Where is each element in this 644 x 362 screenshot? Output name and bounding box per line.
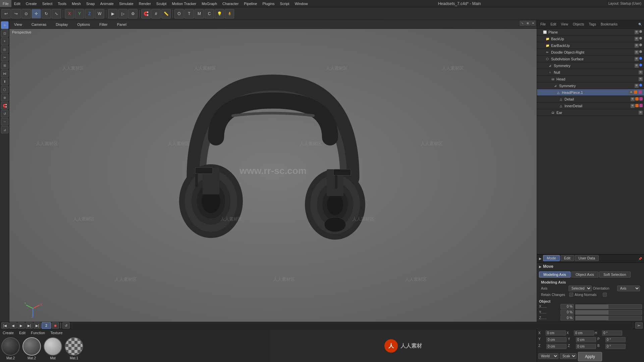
- tl-next-btn[interactable]: ▶|: [34, 322, 41, 329]
- tool-brush[interactable]: ◎: [1, 46, 8, 53]
- hier-vis-btn-11[interactable]: 👁: [631, 97, 635, 101]
- hier-vis-btn-13[interactable]: 👁: [639, 111, 643, 115]
- menu-create[interactable]: Create: [23, 0, 40, 7]
- tool-weld[interactable]: ⊕: [1, 94, 8, 101]
- measure-btn[interactable]: 📏: [161, 9, 171, 18]
- y-pos-input[interactable]: [546, 337, 567, 342]
- orientation-select[interactable]: Axis: [617, 286, 640, 291]
- live-select-button[interactable]: ⊙: [21, 9, 31, 18]
- menu-snap[interactable]: Snap: [84, 0, 98, 7]
- z-axis-btn[interactable]: Z: [85, 9, 94, 18]
- hier-vis-btn-9[interactable]: 👁: [635, 84, 639, 88]
- obj-btn[interactable]: O: [174, 9, 184, 18]
- menu-tools[interactable]: Tools: [55, 0, 69, 7]
- hier-view-btn[interactable]: View: [559, 22, 570, 26]
- mat-btn[interactable]: M: [195, 9, 204, 18]
- hier-search-icon[interactable]: 🔍: [638, 23, 642, 26]
- world-btn[interactable]: W: [95, 9, 104, 18]
- axis-tab-soft[interactable]: Soft Selection: [599, 272, 631, 278]
- viewport-menu-options[interactable]: Options: [75, 22, 92, 27]
- grid-btn[interactable]: #: [151, 9, 161, 18]
- tool-extrude[interactable]: ⬆: [1, 78, 8, 85]
- menu-pipeline[interactable]: Pipeline: [241, 0, 260, 7]
- char-btn[interactable]: 🧍: [225, 9, 234, 18]
- viewport-menu-display[interactable]: Display: [54, 22, 70, 27]
- mat-texture-btn[interactable]: Texture: [49, 330, 64, 335]
- tab-edit[interactable]: Edit: [560, 255, 574, 261]
- z-slider[interactable]: [575, 316, 642, 320]
- tl-prev-btn[interactable]: |◀: [1, 322, 9, 329]
- tl-prev-frame-btn[interactable]: ◀: [9, 322, 17, 329]
- mat-create-btn[interactable]: Create: [1, 330, 15, 335]
- p-input[interactable]: [605, 337, 626, 342]
- menu-simulate[interactable]: Simulate: [116, 0, 136, 7]
- hier-item-plane[interactable]: ⬜ Plane 👁: [537, 29, 644, 36]
- viewport-menu-view[interactable]: View: [12, 22, 24, 27]
- menu-character[interactable]: Character: [220, 0, 241, 7]
- mat-function-btn[interactable]: Function: [30, 330, 46, 335]
- world-select[interactable]: World: [538, 353, 558, 359]
- hier-item-backup[interactable]: 📁 BackUp 👁: [537, 36, 644, 42]
- apply-button[interactable]: Apply: [578, 352, 602, 361]
- redo-button[interactable]: ↪: [11, 9, 21, 18]
- hier-vis-btn-2[interactable]: 👁: [635, 37, 639, 41]
- mat-item-3[interactable]: Mat: [44, 337, 62, 360]
- mat-edit-btn[interactable]: Edit: [18, 330, 27, 335]
- render-btn[interactable]: ▶: [108, 9, 117, 18]
- viewport-grid-btn[interactable]: ⊞: [525, 21, 530, 25]
- tab-userdata[interactable]: User Data: [575, 255, 599, 261]
- menu-mesh[interactable]: Mesh: [69, 0, 84, 7]
- hier-vis-btn-10[interactable]: 👁: [629, 90, 633, 95]
- tool-bridge[interactable]: ⋈: [1, 70, 8, 77]
- hier-item-sym2[interactable]: ⊿ Symmetry 👁: [537, 82, 644, 89]
- hier-file-btn[interactable]: File: [539, 22, 547, 26]
- x-pos-input[interactable]: [546, 330, 566, 336]
- mat-item-1[interactable]: Mat.2: [1, 337, 20, 360]
- props-pin-icon[interactable]: 📌: [638, 257, 642, 260]
- menu-script[interactable]: Script: [277, 0, 292, 7]
- axis-tab-object[interactable]: Object Axis: [571, 272, 598, 278]
- undo-button[interactable]: ↩: [1, 9, 11, 18]
- menu-render[interactable]: Render: [136, 0, 154, 7]
- hier-item-earbackup[interactable]: 📁 EarBackUp 👁: [537, 42, 644, 49]
- light-btn[interactable]: 💡: [215, 9, 224, 18]
- cam-btn[interactable]: C: [205, 9, 214, 18]
- hier-item-head[interactable]: 🗂 Head 👁: [537, 76, 644, 82]
- tool-smooth[interactable]: ～: [1, 118, 8, 125]
- menu-file[interactable]: File: [0, 0, 11, 7]
- snap-btn[interactable]: 🧲: [141, 9, 151, 18]
- tl-next-frame-btn[interactable]: ▶|: [25, 322, 33, 329]
- hier-vis-btn-4[interactable]: 👁: [635, 50, 639, 54]
- y-size-input[interactable]: [576, 337, 596, 342]
- tool-twist[interactable]: ↺: [1, 110, 8, 117]
- tool-bevel[interactable]: ⬡: [1, 86, 8, 93]
- tool-axis[interactable]: ⊿: [1, 126, 8, 133]
- hier-vis-btn-5[interactable]: 👁: [635, 57, 639, 61]
- tool-magnet[interactable]: 🧲: [1, 102, 8, 109]
- menu-sculpt[interactable]: Sculpt: [154, 0, 169, 7]
- menu-mograph[interactable]: MoGraph: [199, 0, 220, 7]
- viewport[interactable]: View Cameras Display Options Filter Pane…: [9, 20, 537, 322]
- hier-item-doodle[interactable]: ✏ Doodle Object-Right 👁: [537, 49, 644, 56]
- hier-vis-btn-7[interactable]: 👁: [639, 70, 643, 74]
- hier-vis-btn[interactable]: 👁: [635, 30, 639, 34]
- hier-item-headpiece[interactable]: △ HeadPiece.1 👁: [537, 89, 644, 96]
- hier-vis-btn-3[interactable]: 👁: [635, 44, 639, 48]
- render-region-btn[interactable]: ▷: [118, 9, 127, 18]
- hier-vis-btn-12[interactable]: 👁: [631, 104, 635, 108]
- z-size-input[interactable]: [576, 344, 596, 349]
- props-collapse-btn[interactable]: ▶: [539, 257, 542, 260]
- tl-record-btn[interactable]: ⏺: [52, 322, 59, 329]
- retain-checkbox[interactable]: [569, 293, 573, 297]
- viewport-menu-cameras[interactable]: Cameras: [30, 22, 49, 27]
- viewport-expand-btn[interactable]: ⤡: [520, 21, 525, 25]
- tab-mode[interactable]: Mode: [543, 255, 560, 261]
- hier-item-null[interactable]: ○ Null 👁: [537, 69, 644, 76]
- hier-objects-btn[interactable]: Objects: [572, 22, 586, 26]
- along-normals-checkbox[interactable]: [603, 293, 607, 297]
- tl-end-btn[interactable]: ⊢: [635, 322, 643, 329]
- hier-vis-btn-6[interactable]: 👁: [635, 64, 639, 68]
- hier-item-ear[interactable]: 🗂 Ear 👁: [537, 109, 644, 116]
- hier-item-sym1[interactable]: ⊿ Symmetry 👁: [537, 62, 644, 69]
- viewport-close-btn[interactable]: ✕: [531, 21, 535, 25]
